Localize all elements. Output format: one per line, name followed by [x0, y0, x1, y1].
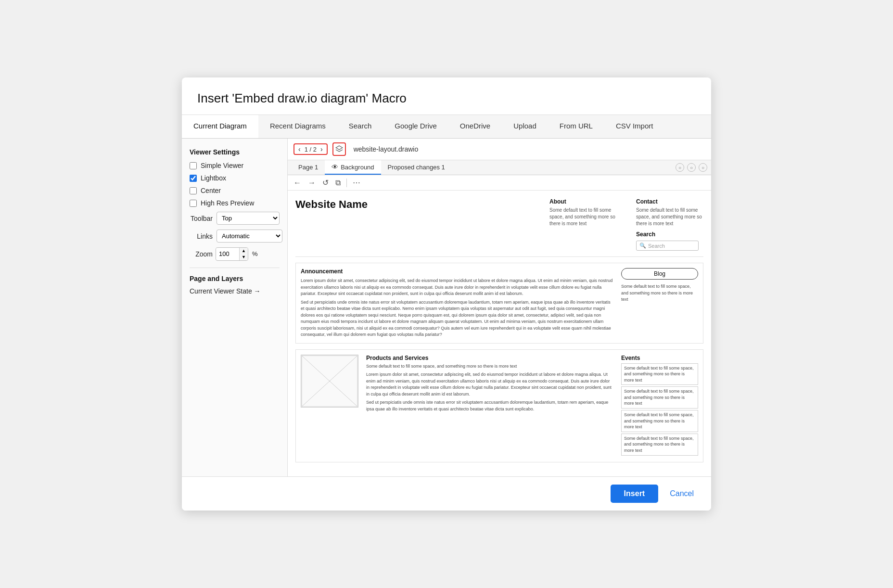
announcement-right: Blog Some default text to fill some spac… — [621, 268, 698, 338]
edit-toolbar: ← → ↺ ⧉ ⋯ — [288, 175, 711, 191]
filename-label: website-layout.drawio — [354, 145, 419, 153]
products-mid: Products and Services Some default text … — [366, 355, 613, 457]
events-title: Events — [621, 355, 698, 361]
center-label: Center — [201, 187, 221, 194]
wp-products-section: Products and Services Some default text … — [295, 349, 703, 462]
tab-current-diagram[interactable]: Current Diagram — [182, 115, 258, 138]
tab-recent-diagrams[interactable]: Recent Diagrams — [258, 115, 337, 138]
forward-button[interactable]: → — [306, 178, 318, 188]
page-layers-title: Page and Layers — [190, 275, 280, 282]
tab-icon-2[interactable]: ○ — [687, 163, 696, 172]
announcement-right-text: Some default text to fill some space, an… — [621, 283, 698, 303]
event-item-2: Some default text to fill some space, an… — [621, 386, 698, 409]
svg-marker-0 — [336, 146, 343, 150]
contact-title: Contact — [636, 198, 703, 205]
high-res-preview-checkbox[interactable] — [190, 200, 197, 207]
diagram-toolbar: ‹ 1 / 2 › website-layout.drawio — [288, 139, 711, 160]
dialog: Insert 'Embed draw.io diagram' Macro Cur… — [182, 77, 711, 511]
tabs-bar: Current Diagram Recent Diagrams Search G… — [182, 115, 711, 139]
wp-search-box[interactable]: 🔍 Search — [636, 241, 699, 251]
preview-area[interactable]: Website Name About Some default text to … — [288, 191, 711, 476]
simple-viewer-option[interactable]: Simple Viewer — [190, 162, 280, 169]
contact-nav: Contact Some default text to fill some s… — [636, 198, 703, 251]
tab-icon-3[interactable]: ○ — [699, 163, 707, 172]
wp-header: Website Name About Some default text to … — [295, 198, 703, 257]
diagram-tab-page1-label: Page 1 — [298, 164, 318, 171]
products-text2: Lorem ipsum dolor sit amet, consectetur … — [366, 371, 613, 397]
page-next-button[interactable]: › — [319, 145, 324, 153]
toolbar-separator — [346, 179, 347, 187]
tab-google-drive[interactable]: Google Drive — [383, 115, 448, 138]
reset-button[interactable]: ↺ — [320, 177, 331, 188]
diagram-tab-proposed[interactable]: Proposed changes 1 — [381, 161, 452, 175]
event-item-1: Some default text to fill some space, an… — [621, 363, 698, 385]
dialog-body: Viewer Settings Simple Viewer Lightbox C… — [182, 139, 711, 476]
contact-text: Some default text to fill some space, an… — [636, 207, 703, 227]
search-placeholder: Search — [648, 243, 665, 249]
wp-nav: About Some default text to fill some spa… — [549, 198, 703, 251]
zoom-input-wrap: ▲ ▼ — [216, 247, 248, 261]
diagram-tabs-bar: Page 1 👁 Background Proposed changes 1 ○… — [288, 160, 711, 175]
sidebar: Viewer Settings Simple Viewer Lightbox C… — [182, 139, 288, 476]
copy-button[interactable]: ⧉ — [333, 178, 343, 188]
toolbar-row: Toolbar Top Bottom None — [190, 212, 280, 225]
zoom-up-button[interactable]: ▲ — [240, 248, 248, 254]
links-row: Links Automatic Open in new tab Open in … — [190, 230, 280, 243]
tab-upload[interactable]: Upload — [502, 115, 548, 138]
products-title: Products and Services — [366, 355, 613, 361]
cancel-button[interactable]: Cancel — [664, 485, 700, 503]
announcement-body1: Lorem ipsum dolor sit amet, consectetur … — [301, 278, 613, 297]
tab-search[interactable]: Search — [337, 115, 383, 138]
announcement-title: Announcement — [301, 268, 613, 275]
search-nav-title: Search — [636, 231, 703, 238]
center-checkbox[interactable] — [190, 187, 197, 194]
simple-viewer-checkbox[interactable] — [190, 162, 197, 169]
diagram-tab-icons: ○ ○ ○ — [676, 163, 707, 172]
page-nav: ‹ 1 / 2 › — [293, 143, 328, 155]
tab-from-url[interactable]: From URL — [548, 115, 604, 138]
links-select[interactable]: Automatic Open in new tab Open in same t… — [217, 230, 282, 243]
layers-button[interactable] — [332, 142, 346, 156]
search-icon: 🔍 — [639, 243, 646, 249]
lightbox-option[interactable]: Lightbox — [190, 174, 280, 182]
current-viewer-state[interactable]: Current Viewer State → — [190, 287, 280, 295]
page-info: 1 / 2 — [303, 146, 319, 153]
center-option[interactable]: Center — [190, 187, 280, 194]
wp-announcement: Announcement Lorem ipsum dolor sit amet,… — [295, 263, 703, 344]
dialog-title: Insert 'Embed draw.io diagram' Macro — [182, 77, 711, 115]
simple-viewer-label: Simple Viewer — [201, 162, 243, 169]
zoom-down-button[interactable]: ▼ — [240, 254, 248, 260]
tab-onedrive[interactable]: OneDrive — [448, 115, 502, 138]
toolbar-select[interactable]: Top Bottom None — [217, 212, 280, 225]
page-prev-button[interactable]: ‹ — [297, 145, 302, 153]
event-item-3: Some default text to fill some space, an… — [621, 410, 698, 432]
products-text3: Sed ut perspiciatis unde omnis iste natu… — [366, 399, 613, 412]
blog-button[interactable]: Blog — [621, 268, 698, 280]
product-image-placeholder — [301, 355, 358, 408]
links-label: Links — [190, 232, 213, 240]
more-button[interactable]: ⋯ — [351, 177, 362, 188]
layers-icon — [335, 145, 343, 153]
placeholder-x-icon — [301, 355, 358, 407]
zoom-input[interactable] — [216, 248, 239, 259]
lightbox-label: Lightbox — [201, 174, 226, 182]
eye-icon: 👁 — [332, 163, 338, 171]
events-section: Events Some default text to fill some sp… — [621, 355, 698, 457]
about-title: About — [549, 198, 617, 205]
lightbox-checkbox[interactable] — [190, 175, 197, 182]
back-button[interactable]: ← — [292, 178, 303, 188]
site-name: Website Name — [295, 198, 368, 211]
diagram-tab-page1[interactable]: Page 1 — [292, 161, 325, 175]
diagram-tab-background[interactable]: 👁 Background — [325, 160, 381, 175]
products-text1: Some default text to fill some space, an… — [366, 363, 613, 370]
tab-icon-1[interactable]: ○ — [676, 163, 684, 172]
about-text: Some default text to fill some space, an… — [549, 207, 617, 227]
zoom-unit: % — [252, 250, 258, 257]
insert-button[interactable]: Insert — [611, 485, 659, 503]
website-preview: Website Name About Some default text to … — [288, 191, 711, 470]
tab-csv-import[interactable]: CSV Import — [604, 115, 665, 138]
main-content: ‹ 1 / 2 › website-layout.drawio Page 1 — [288, 139, 711, 476]
high-res-preview-option[interactable]: High Res Preview — [190, 199, 280, 207]
zoom-row: Zoom ▲ ▼ % — [190, 247, 280, 261]
zoom-spinners: ▲ ▼ — [239, 248, 248, 260]
